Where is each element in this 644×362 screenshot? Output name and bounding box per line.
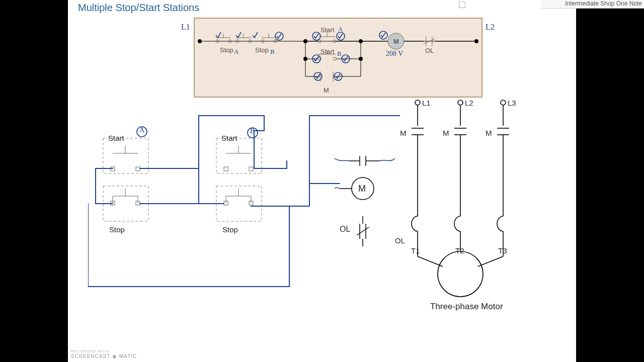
label-motor: Three-phase Motor [430,302,503,312]
label-M3: M [486,129,492,137]
label-OL-lower: OL [340,225,350,234]
svg-rect-68 [224,167,228,171]
label-stopA: Stop [220,46,233,54]
ann-B: B [250,127,255,135]
ann-startA: A [338,25,343,33]
ann-A: A [139,126,144,134]
svg-point-26 [333,57,336,60]
ann-startB: B [337,50,342,58]
label-T1: T1 [411,246,420,255]
watermark-line1: Recorded with [71,349,137,353]
label-L3: L3 [508,99,516,107]
svg-point-91 [415,100,420,105]
top-control-diagram: Stop A Stop B Start A Start B M M 208 V … [194,18,482,98]
label-coil-M-lower: M [358,184,366,194]
content-area: Multiple Stop/Start Stations Intermediat… [68,0,576,362]
annotation-L2: L2 [486,23,495,32]
watermark-line2: SCREENCAST ◉ MATIC [71,353,137,359]
label-station-stop-A: Stop [109,225,125,234]
label-start-top: Start [320,26,334,34]
ann-voltage: 208 V [386,50,403,58]
svg-rect-69 [249,167,253,171]
label-L2: L2 [465,99,473,107]
annotation-L1: L1 [181,23,190,32]
label-M2: M [443,129,449,137]
svg-line-88 [357,227,369,235]
label-OL: OL [425,47,434,54]
checkbox-icon[interactable] [459,2,465,8]
svg-point-112 [438,251,483,297]
label-T3: T3 [498,246,507,255]
ann-stopA-sub: A [234,48,238,56]
label-power-OL: OL [395,236,405,245]
label-coil-M: M [393,38,399,45]
ann-stopB-sub: B [270,48,275,56]
label-M1: M [400,129,407,137]
label-T2: T2 [455,246,464,255]
svg-point-1 [198,39,202,43]
power-diagram [392,96,528,312]
label-station-start-A: Start [108,134,124,142]
label-L1: L1 [422,99,431,107]
side-tab[interactable]: Intermediate Shop One Note [541,0,644,9]
svg-point-97 [458,100,463,105]
label-station-start-B: Start [221,134,237,142]
svg-rect-57 [136,167,140,171]
label-station-stop-B: Stop [222,225,238,234]
svg-point-103 [501,100,506,105]
label-aux-M: M [324,86,329,94]
watermark: Recorded with SCREENCAST ◉ MATIC [71,349,137,359]
label-start-mid: Start [320,48,334,55]
page-title: Multiple Stop/Start Stations [78,2,199,14]
label-stopB: Stop [255,46,269,54]
